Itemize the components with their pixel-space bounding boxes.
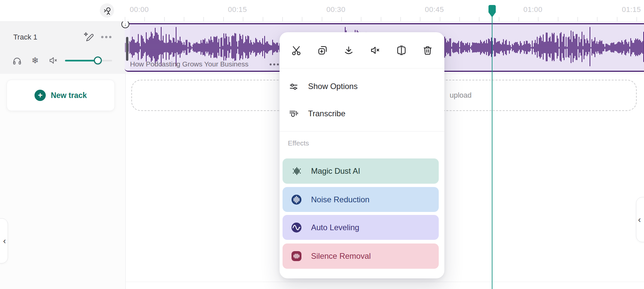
cut-icon	[291, 45, 302, 56]
mute-clip-button[interactable]	[367, 42, 383, 58]
ellipsis-icon	[101, 36, 103, 38]
effect-auto-leveling[interactable]: Auto Leveling	[283, 215, 439, 240]
track-title: Track 1	[13, 33, 37, 42]
volume-slider[interactable]	[65, 58, 112, 63]
effect-label: Noise Reduction	[311, 195, 369, 204]
delete-icon	[422, 45, 433, 56]
ruler-label: 00:30	[326, 5, 346, 14]
auto-leveling-icon	[291, 222, 302, 233]
ruler-label: 00:15	[228, 5, 247, 14]
clip-more-button[interactable]	[270, 63, 279, 65]
magic-dust-icon	[291, 165, 302, 177]
clip-action-bar	[280, 32, 444, 68]
magic-edit-icon	[83, 31, 95, 43]
track-panel: Track 1	[0, 21, 125, 74]
effect-magic-dust-ai[interactable]: Magic Dust AI	[283, 158, 439, 184]
silence-removal-icon	[291, 250, 302, 262]
audio-editor-app: 00:00 00:15 00:30 00:45 01:00 01:15 Trac…	[0, 0, 644, 289]
ruler-label: 00:00	[130, 5, 149, 14]
volume-fill	[65, 60, 98, 61]
ruler-label: 01:15	[622, 5, 641, 14]
split-button[interactable]	[394, 42, 410, 58]
effect-label: Magic Dust AI	[311, 166, 360, 176]
new-track-label: New track	[51, 91, 87, 100]
duplicate-button[interactable]	[314, 42, 330, 58]
download-button[interactable]	[341, 42, 357, 58]
headphones-icon	[12, 55, 22, 66]
download-icon	[343, 45, 354, 56]
sidebar: Track 1	[0, 21, 126, 289]
delete-button[interactable]	[420, 42, 436, 58]
freeze-icon: ❄	[32, 56, 39, 65]
collapse-sidebar-tab[interactable]: ‹	[0, 218, 8, 263]
clip-title: How Podcasting Grows Your Business	[130, 60, 248, 68]
playhead-handle[interactable]	[488, 5, 496, 18]
solo-headphones-button[interactable]	[12, 55, 22, 66]
menu-item-transcribe[interactable]: Transcribe	[280, 101, 444, 126]
effects-heading: Effects	[288, 139, 309, 147]
transcribe-icon	[288, 108, 299, 119]
plus-icon: +	[34, 90, 46, 101]
options-sliders-icon	[288, 81, 299, 92]
clip-trim-handle[interactable]	[126, 37, 128, 61]
timeline-ruler[interactable]: 00:00 00:15 00:30 00:45 01:00 01:15	[0, 0, 644, 22]
effect-noise-reduction[interactable]: Noise Reduction	[283, 187, 439, 212]
ruler-label: 01:00	[523, 5, 543, 14]
mute-icon	[48, 55, 58, 65]
mic-button[interactable]	[100, 3, 114, 18]
new-track-button[interactable]: + New track	[7, 80, 115, 111]
effect-silence-removal[interactable]: Silence Removal	[283, 243, 439, 269]
effect-label: Auto Leveling	[311, 223, 359, 232]
ruler-label: 00:45	[425, 5, 444, 14]
chevron-left-icon: ‹	[638, 215, 641, 224]
chevron-left-icon: ‹	[3, 237, 6, 245]
menu-divider	[280, 68, 444, 68]
lavalier-mic-icon	[103, 6, 111, 15]
mute-track-button[interactable]	[48, 55, 59, 66]
playhead-line[interactable]	[492, 13, 492, 289]
menu-item-label: Transcribe	[308, 109, 345, 118]
ellipsis-icon	[270, 63, 272, 65]
cut-button[interactable]	[288, 42, 304, 58]
collapse-right-panel-tab[interactable]: ‹	[636, 197, 644, 242]
menu-item-show-options[interactable]: Show Options	[280, 74, 444, 99]
track-more-button[interactable]	[99, 36, 113, 39]
dropzone-hint-text: upload	[450, 91, 472, 100]
menu-item-label: Show Options	[308, 82, 357, 91]
mute-icon	[370, 45, 381, 56]
effect-label: Silence Removal	[311, 251, 371, 261]
noise-reduction-icon	[291, 194, 302, 205]
clip-context-menu: Show Options Transcribe Effects	[280, 32, 444, 278]
magic-edit-button[interactable]	[82, 30, 96, 44]
volume-thumb[interactable]	[94, 56, 102, 64]
duplicate-icon	[317, 45, 328, 56]
split-icon	[396, 45, 407, 56]
freeze-track-button[interactable]: ❄	[30, 55, 40, 66]
menu-divider	[280, 131, 444, 132]
